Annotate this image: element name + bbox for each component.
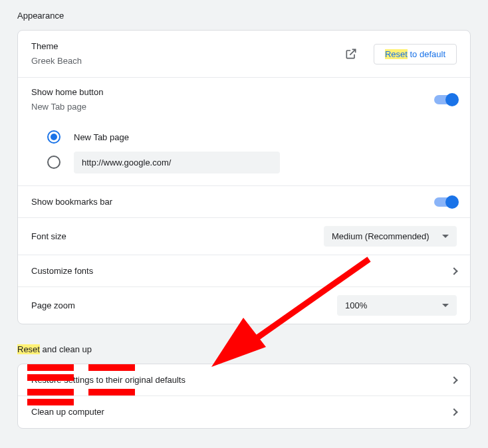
chevron-right-icon — [450, 267, 457, 275]
radio-url[interactable] — [47, 156, 61, 169]
reset-title-highlight: Reset — [17, 344, 40, 354]
reset-rest-text: to default — [408, 49, 445, 59]
clean-up-row[interactable]: Clean up computer — [18, 396, 470, 428]
radio-row-url[interactable] — [47, 150, 470, 175]
customize-fonts-label: Customize fonts — [31, 265, 446, 278]
dropdown-caret-icon — [442, 304, 449, 307]
dropdown-caret-icon — [442, 235, 449, 238]
home-url-input[interactable] — [74, 152, 280, 173]
page-zoom-select[interactable]: 100% — [337, 295, 457, 316]
show-home-toggle[interactable] — [434, 95, 457, 104]
restore-settings-label: Restore settings to their original defau… — [31, 374, 446, 387]
page-zoom-row: Page zoom 100% — [18, 287, 470, 324]
show-home-label: Show home button — [31, 86, 434, 99]
appearance-section-title: Appearance — [0, 0, 488, 30]
radio-row-newtab[interactable]: New Tab page — [47, 124, 470, 150]
appearance-card: Theme Greek Beach Reset to default Show … — [17, 30, 471, 324]
font-size-row: Font size Medium (Recommended) — [18, 218, 470, 255]
radio-newtab-label: New Tab page — [74, 132, 129, 142]
clean-up-label: Clean up computer — [31, 405, 446, 419]
theme-label: Theme — [31, 40, 344, 53]
reset-title-rest: and clean up — [40, 344, 92, 354]
show-home-sub: New Tab page — [31, 100, 434, 114]
chevron-right-icon — [450, 408, 457, 415]
bookmarks-bar-toggle[interactable] — [434, 197, 457, 207]
reset-card: Restore settings to their original defau… — [17, 364, 471, 429]
svg-line-0 — [350, 49, 355, 55]
chevron-right-icon — [450, 376, 457, 384]
customize-fonts-row[interactable]: Customize fonts — [18, 255, 470, 287]
show-home-row: Show home button New Tab page — [18, 78, 470, 122]
theme-row: Theme Greek Beach Reset to default — [18, 31, 470, 78]
font-size-label: Font size — [31, 230, 324, 243]
font-size-select[interactable]: Medium (Recommended) — [324, 226, 457, 247]
reset-highlight: Reset — [385, 49, 408, 59]
restore-settings-row[interactable]: Restore settings to their original defau… — [18, 364, 470, 396]
external-link-icon[interactable] — [344, 47, 358, 60]
reset-section-title: Reset and clean up — [0, 324, 488, 364]
bookmarks-bar-label: Show bookmarks bar — [31, 195, 434, 209]
font-size-value: Medium (Recommended) — [332, 231, 429, 241]
radio-newtab[interactable] — [47, 130, 61, 144]
theme-name: Greek Beach — [31, 55, 344, 68]
page-zoom-label: Page zoom — [31, 299, 337, 312]
page-zoom-value: 100% — [345, 300, 367, 310]
home-radio-group: New Tab page — [18, 122, 470, 186]
reset-to-default-button[interactable]: Reset to default — [374, 44, 457, 64]
bookmarks-bar-row: Show bookmarks bar — [18, 186, 470, 218]
